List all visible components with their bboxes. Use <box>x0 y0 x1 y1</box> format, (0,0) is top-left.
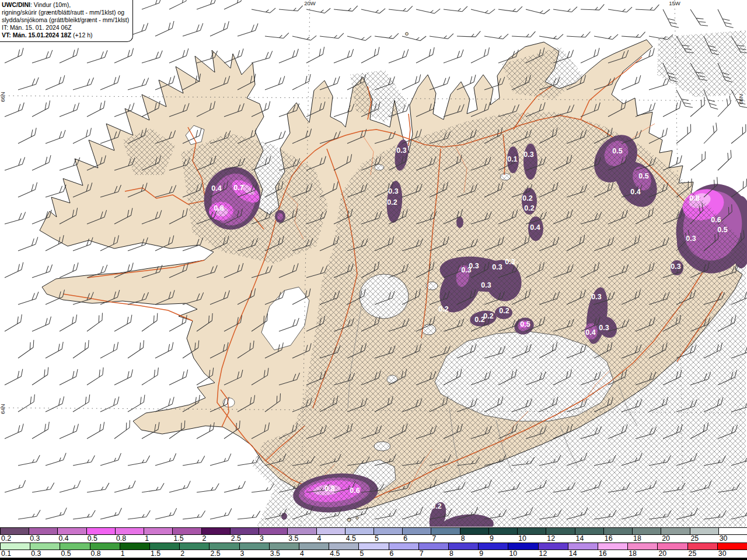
precip-value-label: 0.5 <box>717 226 727 234</box>
colorbar-cell <box>329 543 358 550</box>
colorbar-tick-label: 0.2 <box>1 535 11 542</box>
colorbar-tick-label: 5 <box>375 535 379 542</box>
colorbar-cell <box>172 528 201 534</box>
colorbar-cell <box>259 528 287 534</box>
colorbar-cell <box>538 543 568 550</box>
bottom-border-strip <box>0 558 747 560</box>
precip-value-label: 0.8 <box>214 204 224 212</box>
legend-line-model: UWC/DINI: Vindur (10m), <box>2 1 129 9</box>
colorbar-tick-label: 6 <box>390 550 394 558</box>
colorbar-tick-label: 3.5 <box>288 535 298 542</box>
title-legend-box: UWC/DINI: Vindur (10m), rigning/skúrir (… <box>0 0 133 42</box>
colorbar-tick-label: 9 <box>490 535 494 542</box>
colorbar-cell <box>120 543 149 550</box>
colorbar-tick-label: 30 <box>720 535 728 542</box>
colorbar-cell <box>149 543 179 550</box>
colorbar-cell <box>0 543 30 550</box>
colorbar-tick-label: 0.8 <box>116 535 126 542</box>
precip-value-label: 0.6 <box>711 216 721 224</box>
colorbar-tick-label: 16 <box>599 550 607 558</box>
colorbar-tick-label: 0.1 <box>1 550 11 558</box>
colorbar-tick-label: 0.5 <box>61 550 71 558</box>
graticule-label: 15W <box>669 0 680 6</box>
colorbar-cell <box>598 543 627 550</box>
colorbar-tick-label: 3.5 <box>270 550 280 558</box>
colorbar-cell <box>144 528 172 534</box>
precip-value-label: 0.2 <box>483 312 493 320</box>
precip-value-label: 0.7 <box>233 184 243 192</box>
colorbar-cell <box>568 543 598 550</box>
precip-value-label: 0.3 <box>469 262 479 270</box>
colorbar-tick-label: 0.4 <box>58 535 68 542</box>
colorbar-tick-label: 1 <box>145 535 149 542</box>
colorbar-tick-label: 8 <box>461 535 465 542</box>
precip-value-label: 0.1 <box>507 155 517 163</box>
colorbar-tick-label: 10 <box>518 535 526 542</box>
colorbar-cell <box>30 543 60 550</box>
precip-value-label: 0.3 <box>492 263 502 271</box>
colorbar-cell <box>627 543 657 550</box>
precip-value-label: 0.4 <box>211 184 221 192</box>
weather-map-page: 0.40.70.80.30.30.20.10.30.20.20.40.50.50… <box>0 0 747 560</box>
colorbar-cell <box>86 528 115 534</box>
colorbar-cell <box>316 528 345 534</box>
model-name: UWC/DINI <box>2 1 30 8</box>
colorbar-cell <box>389 543 418 550</box>
colorbar-tick-label: 2.5 <box>210 550 220 558</box>
colorbar-tick-label: 5 <box>359 550 364 558</box>
graticule-label: 66N <box>0 92 6 102</box>
precip-value-label: 0.4 <box>630 188 640 196</box>
graticule-label: 64N <box>0 404 6 414</box>
precip-value-label: 0.2 <box>431 502 441 510</box>
colorbar-cell <box>230 528 259 534</box>
colorbar-cell <box>460 528 488 534</box>
colorbar-tick-label: 4.5 <box>346 535 356 542</box>
colorbar-cell <box>478 543 508 550</box>
colorbar-tick-label: 0.5 <box>88 535 97 542</box>
colorbar-tick-label: 12 <box>539 550 547 558</box>
colorbar-tick-label: 4.5 <box>330 550 340 558</box>
precip-value-label: 0.6 <box>350 487 359 495</box>
precip-value-label: 0.2 <box>438 305 448 313</box>
precip-value-label: 0.8 <box>324 485 334 493</box>
colorbar-cell <box>115 528 144 534</box>
colorbar-cell <box>431 528 459 534</box>
colorbar-tick-label: 10 <box>509 550 517 558</box>
colorbar-tick-label: 2 <box>180 550 184 558</box>
legend-line-rain: rigning/skúrir (grænt/blátt/rautt - mm/1… <box>2 9 129 16</box>
colorbar-tick-label: 0.8 <box>91 550 101 558</box>
colorbar-cell <box>29 528 57 534</box>
graticule-label: 66N <box>738 94 744 104</box>
colorbar-tick-label: 25 <box>689 550 697 558</box>
colorbar-tick-label: 12 <box>547 535 555 542</box>
colorbar-cell <box>661 528 689 534</box>
colorbar-cell <box>90 543 120 550</box>
precip-value-label: 0.4 <box>585 328 595 337</box>
colorbar-cell <box>269 543 299 550</box>
weather-map: 0.40.70.80.30.30.20.10.30.20.20.40.50.50… <box>0 0 747 560</box>
precip-value-label: 0.5 <box>612 147 622 155</box>
legend-line-init-time: IT: Mán. 15. 01. 2024 06Z <box>2 24 129 32</box>
graticule-label: 20W <box>304 0 316 6</box>
colorbar-tick-label: 4 <box>300 550 304 558</box>
colorbar-tick-label: 3 <box>260 535 264 542</box>
colorbar-cell <box>488 528 517 534</box>
colorbar-tick-label: 20 <box>658 550 666 558</box>
colorbar-cell <box>575 528 603 534</box>
legend-line-snow: slydda/snjókoma (grátt/bleikt/grænt - mm… <box>2 16 129 24</box>
colorbar-tick-label: 16 <box>605 535 613 542</box>
colorbar-tick-label: 0.3 <box>31 550 41 558</box>
colorbar-cell <box>239 543 269 550</box>
colorbar-tick-label: 1.5 <box>173 535 183 542</box>
precip-value-label: 0.5 <box>638 172 648 180</box>
colorbar-cell <box>287 528 316 534</box>
colorbar-cell <box>603 528 632 534</box>
precip-value-label: 0.2 <box>499 307 509 315</box>
colorbar-tick-label: 6 <box>403 535 407 542</box>
precip-value-label: 0.8 <box>689 194 699 202</box>
color-scale-bars: 0.20.30.40.50.811.522.533.544.5567891012… <box>0 527 747 560</box>
colorbar-cell <box>0 528 29 534</box>
colorbar-cell <box>374 528 402 534</box>
precip-value-label: 0.3 <box>388 187 398 195</box>
colorbar-tick-label: 3 <box>240 550 245 558</box>
